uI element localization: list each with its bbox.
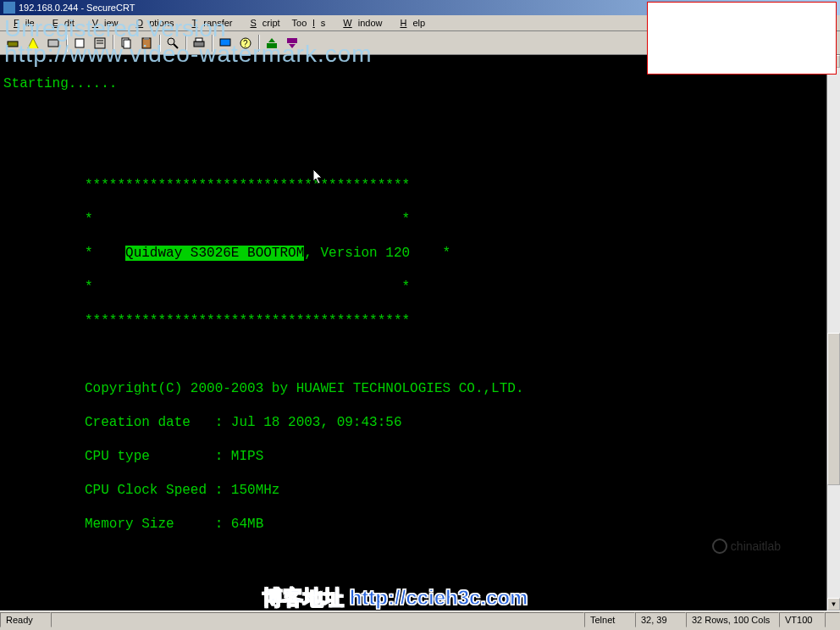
menu-file[interactable]: File bbox=[2, 17, 41, 29]
menu-help[interactable]: Help bbox=[388, 17, 431, 29]
menu-window[interactable]: Window bbox=[331, 17, 388, 29]
scroll-down-icon[interactable]: ▼ bbox=[827, 598, 840, 611]
term-line: Copyright(C) 2000-2003 by HUAWEI TECHNOL… bbox=[3, 380, 840, 397]
scroll-up-icon[interactable]: ▲ bbox=[827, 55, 840, 68]
tb-help-icon[interactable]: ? bbox=[236, 34, 255, 52]
term-line bbox=[3, 583, 840, 600]
menu-tools[interactable]: Tools bbox=[286, 17, 332, 29]
term-line: * Quidway S3026E BOOTROM, Version 120 * bbox=[3, 245, 840, 262]
term-line: CPU Clock Speed : 150MHz bbox=[3, 482, 840, 499]
svg-rect-1 bbox=[48, 40, 58, 47]
menu-transfer[interactable]: Transfer bbox=[180, 17, 239, 29]
svg-point-10 bbox=[168, 38, 174, 45]
svg-rect-2 bbox=[75, 39, 84, 47]
status-terminal-type: VT100 bbox=[779, 612, 825, 627]
tb-session-icon[interactable] bbox=[216, 34, 235, 52]
app-icon bbox=[3, 2, 15, 14]
menu-bar: File Edit View Options Transfer Script T… bbox=[0, 15, 840, 31]
term-line: * * bbox=[3, 211, 840, 228]
svg-line-11 bbox=[174, 44, 178, 48]
term-line: Creation date : Jul 18 2003, 09:43:56 bbox=[3, 414, 840, 431]
toolbar-separator bbox=[258, 35, 259, 52]
status-grip bbox=[825, 612, 840, 627]
tb-copy-icon[interactable] bbox=[117, 34, 135, 52]
menu-script[interactable]: Script bbox=[238, 17, 285, 29]
toolbar-separator bbox=[185, 35, 186, 52]
svg-rect-18 bbox=[287, 38, 297, 43]
tb-xfer1-icon[interactable] bbox=[262, 34, 281, 52]
status-dimensions: 32 Rows, 100 Cols bbox=[686, 612, 779, 627]
status-cursor-pos: 32, 39 bbox=[635, 612, 686, 627]
menu-view[interactable]: View bbox=[80, 17, 124, 29]
status-protocol: Telnet bbox=[584, 612, 635, 627]
term-line: **************************************** bbox=[3, 312, 840, 329]
tb-reconnect-icon[interactable] bbox=[44, 34, 63, 52]
term-line: Starting...... bbox=[3, 75, 840, 92]
vertical-scrollbar[interactable]: ▲ ▼ bbox=[826, 55, 840, 611]
status-ready: Ready bbox=[0, 612, 51, 627]
toolbar: ? bbox=[0, 31, 840, 55]
svg-rect-14 bbox=[220, 39, 230, 46]
window-title: 192.168.0.244 - SecureCRT bbox=[19, 3, 135, 13]
toolbar-separator bbox=[159, 35, 160, 52]
title-bar: 192.168.0.244 - SecureCRT bbox=[0, 0, 840, 15]
tb-properties-icon[interactable] bbox=[91, 34, 109, 52]
svg-rect-7 bbox=[124, 40, 130, 48]
toolbar-separator bbox=[66, 35, 67, 52]
svg-rect-17 bbox=[267, 43, 277, 48]
term-line bbox=[3, 109, 840, 126]
term-line bbox=[3, 143, 840, 160]
status-spacer bbox=[51, 612, 584, 627]
tb-connect-icon[interactable] bbox=[3, 34, 22, 52]
svg-rect-13 bbox=[196, 38, 202, 41]
status-bar: Ready Telnet 32, 39 32 Rows, 100 Cols VT… bbox=[0, 611, 840, 628]
svg-rect-9 bbox=[144, 37, 149, 40]
terminal-output[interactable]: Starting...... *************************… bbox=[0, 55, 840, 611]
scroll-track[interactable] bbox=[827, 68, 840, 598]
term-line bbox=[3, 346, 840, 363]
svg-rect-0 bbox=[8, 41, 18, 47]
term-line bbox=[3, 550, 840, 566]
tb-xfer2-icon[interactable] bbox=[283, 34, 301, 52]
menu-options[interactable]: Options bbox=[124, 17, 180, 29]
tb-disconnect-icon[interactable] bbox=[70, 34, 89, 52]
term-line: Memory Size : 64MB bbox=[3, 516, 840, 533]
toolbar-separator bbox=[113, 35, 113, 52]
term-line: **************************************** bbox=[3, 177, 840, 194]
scroll-thumb[interactable] bbox=[827, 333, 840, 485]
toolbar-separator bbox=[212, 35, 213, 52]
svg-text:?: ? bbox=[243, 39, 248, 48]
tb-print-icon[interactable] bbox=[190, 34, 208, 52]
svg-rect-12 bbox=[194, 41, 204, 47]
term-line: CPU type : MIPS bbox=[3, 448, 840, 465]
tb-quick-connect-icon[interactable] bbox=[24, 34, 42, 52]
tb-find-icon[interactable] bbox=[163, 34, 182, 52]
tb-paste-icon[interactable] bbox=[137, 34, 156, 52]
term-line: * * bbox=[3, 279, 840, 296]
term-highlight: Quidway S3026E BOOTROM bbox=[125, 246, 304, 261]
menu-edit[interactable]: Edit bbox=[41, 17, 80, 29]
